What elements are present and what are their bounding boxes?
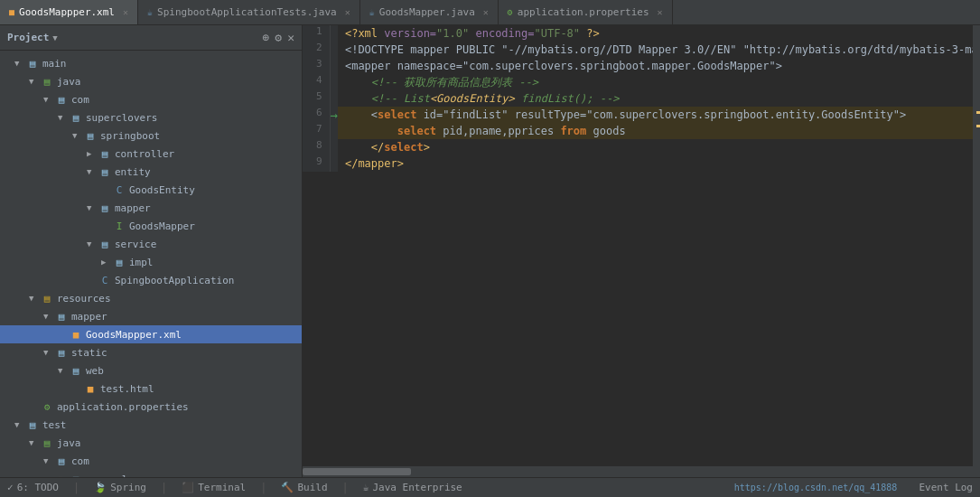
tree-item-label: superclovers (83, 112, 157, 124)
arrow-cell-1 (330, 25, 338, 42)
tree-item-controller[interactable]: ▶▤controller (0, 145, 302, 163)
tree-item-label: resources (54, 293, 111, 305)
line-content-8[interactable]: </select> (338, 139, 973, 155)
arrow-cell-3 (330, 58, 338, 74)
tree-item-label: service (112, 239, 156, 250)
tree-arrow: ▶ (87, 149, 98, 158)
line-number-2: 2 (303, 42, 330, 58)
tree-item-java-test[interactable]: ▼▤java (0, 434, 302, 452)
horizontal-scrollbar[interactable] (303, 466, 980, 477)
java-icon: ☕ (147, 7, 153, 17)
line-content-6[interactable]: <select id="findList" resultType="com.su… (338, 107, 973, 123)
tree-item-application-prop-tree[interactable]: ⚙application.properties (0, 398, 302, 416)
line-content-3[interactable]: <mapper namespace="com.superclovers.spri… (338, 58, 973, 74)
tree-arrow: ▼ (14, 59, 25, 68)
add-icon[interactable]: ⊕ (263, 31, 270, 44)
scrollbar-track (303, 468, 980, 475)
settings-icon[interactable]: ⚙ (275, 31, 282, 44)
tree-node-icon: I (112, 220, 126, 232)
status-separator: | (260, 482, 266, 494)
line-content-1[interactable]: <?xml version="1.0" encoding="UTF-8" ?> (338, 25, 973, 42)
tree-node-icon: ▤ (98, 166, 112, 178)
tab-label: application.properties (518, 6, 649, 18)
tree-item-label: main (40, 58, 67, 70)
line-content-2[interactable]: <!DOCTYPE mapper PUBLIC "-//mybatis.org/… (338, 42, 973, 58)
close-sidebar-icon[interactable]: ✕ (287, 31, 294, 44)
status-label-build: Build (297, 482, 327, 493)
tree-item-static[interactable]: ▼▤static (0, 343, 302, 361)
tree-item-superclovers[interactable]: ▼▤superclovers (0, 108, 302, 127)
tree-item-label: GoodsMappper.xml (83, 329, 182, 341)
scroll-marker-1 (976, 111, 980, 114)
tree-item-service[interactable]: ▼▤service (0, 235, 302, 253)
code-editor[interactable]: 1<?xml version="1.0" encoding="UTF-8" ?>… (303, 25, 973, 466)
status-item-enterprise[interactable]: ☕Java Enterprise (363, 482, 462, 493)
status-item-spring[interactable]: 🍃Spring (94, 482, 146, 493)
tab-label: SpingbootApplicationTests.java (157, 6, 337, 18)
line-content-4[interactable]: <!-- 获取所有商品信息列表 --> (338, 74, 973, 90)
status-icon-todo: ✓ (7, 482, 14, 493)
arrow-cell-6: → (330, 107, 338, 123)
tab-close-icon[interactable]: ✕ (345, 7, 350, 17)
tree-item-main[interactable]: ▼▤main (0, 54, 302, 72)
tree-node-icon: ▤ (98, 239, 112, 250)
status-item-todo[interactable]: ✓6: TODO (7, 482, 59, 493)
scrollbar-thumb[interactable] (303, 468, 411, 475)
tab-goodsmapper-xml[interactable]: ■GoodsMappper.xml✕ (0, 0, 138, 24)
tree-arrow: ▼ (87, 203, 98, 212)
tab-application-prop[interactable]: ⚙application.properties✕ (499, 0, 673, 24)
tab-bar: ■GoodsMappper.xml✕☕SpingbootApplicationT… (0, 0, 980, 25)
event-log-button[interactable]: Event Log (919, 482, 973, 493)
tab-label: GoodsMapper.java (379, 6, 475, 18)
tree-item-springboot[interactable]: ▼▤springboot (0, 127, 302, 145)
tree-item-mapper-res[interactable]: ▼▤mapper (0, 307, 302, 325)
status-label-spring: Spring (110, 482, 146, 493)
code-line-5: 5 <!-- List<GoodsEntity> findList(); --> (303, 90, 973, 107)
arrow-cell-7 (330, 123, 338, 139)
tree-item-com[interactable]: ▼▤com (0, 90, 302, 108)
tab-goodsmapper-java[interactable]: ☕GoodsMapper.java✕ (360, 0, 499, 24)
line-content-9[interactable]: </mapper> (338, 155, 973, 172)
project-tree: ▼▤main▼▤java▼▤com▼▤superclovers▼▤springb… (0, 51, 302, 477)
tab-close-icon[interactable]: ✕ (123, 7, 128, 17)
tree-item-SpingbootApplication[interactable]: CSpingbootApplication (0, 271, 302, 289)
tree-node-icon: ▤ (25, 419, 40, 431)
line-number-5: 5 (303, 90, 330, 107)
tree-arrow: ▼ (87, 167, 98, 176)
code-line-6: 6→ <select id="findList" resultType="com… (303, 107, 973, 123)
line-number-8: 8 (303, 139, 330, 155)
tree-item-GoodsEntity[interactable]: CGoodsEntity (0, 181, 302, 199)
tree-item-impl[interactable]: ▶▤impl (0, 253, 302, 271)
line-content-5[interactable]: <!-- List<GoodsEntity> findList(); --> (338, 90, 973, 107)
java-icon: ☕ (369, 7, 375, 17)
tree-item-mapper[interactable]: ▼▤mapper (0, 199, 302, 217)
line-content-7[interactable]: select pid,pname,pprices from goods (338, 123, 973, 139)
dropdown-icon[interactable]: ▼ (52, 33, 57, 42)
tree-item-test[interactable]: ▼▤test (0, 416, 302, 434)
tree-item-GoodsMappper-xml[interactable]: ■GoodsMappper.xml (0, 325, 302, 343)
tree-item-com-test[interactable]: ▼▤com (0, 452, 302, 470)
tree-item-resources[interactable]: ▼▤resources (0, 289, 302, 307)
tree-item-GoodsMapper[interactable]: IGoodsMapper (0, 217, 302, 235)
line-number-3: 3 (303, 58, 330, 74)
code-line-9: 9</mapper> (303, 155, 973, 172)
tab-springboot-test[interactable]: ☕SpingbootApplicationTests.java✕ (138, 0, 360, 24)
editor-wrapper: 1<?xml version="1.0" encoding="UTF-8" ?>… (303, 25, 980, 466)
status-bar: ✓6: TODO|🍃Spring|⬛Terminal|🔨Build|☕Java … (0, 477, 980, 497)
code-line-7: 7 select pid,pname,pprices from goods (303, 123, 973, 139)
tree-item-java[interactable]: ▼▤java (0, 72, 302, 90)
line-number-7: 7 (303, 123, 330, 139)
tab-close-icon[interactable]: ✕ (483, 7, 489, 17)
tree-item-web[interactable]: ▼▤web (0, 361, 302, 380)
tab-close-icon[interactable]: ✕ (658, 7, 663, 17)
tree-item-entity[interactable]: ▼▤entity (0, 163, 302, 181)
tree-arrow: ▶ (101, 258, 112, 267)
status-item-build[interactable]: 🔨Build (281, 482, 327, 493)
status-icon-build: 🔨 (281, 482, 294, 493)
sidebar-actions: ⊕ ⚙ ✕ (263, 31, 294, 44)
tree-item-superclovers-test[interactable]: ▼▤superclovers (0, 470, 302, 477)
status-item-terminal[interactable]: ⬛Terminal (182, 482, 246, 493)
main-area: Project ▼ ⊕ ⚙ ✕ ▼▤main▼▤java▼▤com▼▤super… (0, 25, 980, 477)
tree-item-test-html[interactable]: ■test.html (0, 380, 302, 398)
tree-node-icon: ▤ (25, 58, 40, 70)
